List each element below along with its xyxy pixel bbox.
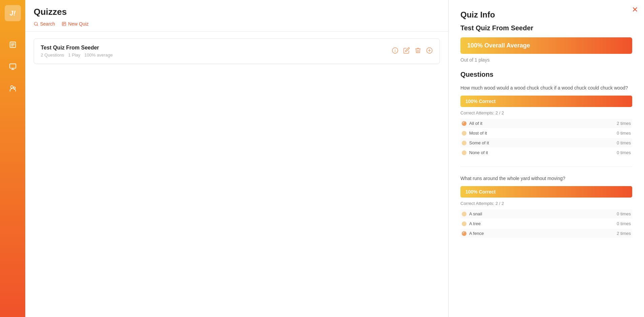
answer-row: Most of it 0 times xyxy=(460,129,632,138)
answer-dot xyxy=(462,131,466,136)
answer-dot xyxy=(462,221,466,226)
answer-list-1: All of it 2 times Most of it 0 times Som… xyxy=(460,119,632,157)
page-title: Quizzes xyxy=(34,7,440,17)
sidebar: J! xyxy=(0,0,25,317)
answer-label: A tree xyxy=(469,221,481,226)
correct-bar-1: 100% Correct xyxy=(460,96,632,107)
quiz-card-meta: 2 Questions 1 Play 100% average xyxy=(41,52,112,58)
correct-attempts-1: Correct Attempts: 2 / 2 xyxy=(460,110,632,115)
app-logo[interactable]: J! xyxy=(5,5,21,21)
correct-bar-2: 100% Correct xyxy=(460,186,632,198)
question-text-1: How much wood would a wood chuck chuck i… xyxy=(460,84,632,92)
quiz-average: 100% average xyxy=(85,52,113,58)
sidebar-nav xyxy=(6,38,20,95)
quiz-questions: 2 Questions xyxy=(41,52,64,58)
answer-times: 2 times xyxy=(617,121,631,126)
svg-rect-4 xyxy=(9,64,15,68)
search-icon xyxy=(34,22,38,26)
answer-label: Some of it xyxy=(469,140,489,145)
quiz-card-actions xyxy=(392,47,433,56)
question-block-1: How much wood would a wood chuck chuck i… xyxy=(460,84,632,157)
plays-text: Out of 1 plays xyxy=(460,57,632,63)
quiz-plays: 1 Play xyxy=(68,52,80,58)
correct-attempts-2: Correct Attempts: 2 / 2 xyxy=(460,201,632,206)
answer-times: 2 times xyxy=(617,231,631,236)
new-quiz-button[interactable]: New Quiz xyxy=(62,21,89,27)
main-toolbar: Search New Quiz xyxy=(34,21,440,31)
overall-bar: 100% Overall Average xyxy=(460,37,632,54)
answer-times: 0 times xyxy=(617,221,631,226)
quiz-list: Test Quiz From Seeder 2 Questions 1 Play… xyxy=(25,32,448,71)
close-button[interactable]: ✕ xyxy=(632,6,638,13)
answer-label: A fence xyxy=(469,231,484,236)
question-block-2: What runs around the whole yard without … xyxy=(460,167,632,238)
question-text-2: What runs around the whole yard without … xyxy=(460,175,632,182)
panel-title: Quiz Info xyxy=(460,10,632,20)
quiz-card[interactable]: Test Quiz From Seeder 2 Questions 1 Play… xyxy=(34,38,440,64)
main-header: Quizzes Search New Quiz xyxy=(25,0,448,32)
answer-row: None of it 0 times xyxy=(460,148,632,157)
answer-label: Most of it xyxy=(469,131,487,136)
screen-icon[interactable] xyxy=(6,60,20,73)
users-icon[interactable] xyxy=(6,82,20,95)
answer-dot xyxy=(462,212,466,216)
answer-times: 0 times xyxy=(617,140,631,145)
answer-dot xyxy=(462,150,466,155)
answer-times: 0 times xyxy=(617,131,631,136)
answer-row: A snail 0 times xyxy=(460,209,632,218)
quiz-list-icon[interactable] xyxy=(6,38,20,51)
svg-point-7 xyxy=(10,86,13,88)
edit-icon[interactable] xyxy=(403,47,410,56)
answer-times: 0 times xyxy=(617,211,631,216)
svg-line-10 xyxy=(37,25,38,26)
answer-list-2: A snail 0 times A tree 0 times A fence 2… xyxy=(460,209,632,238)
info-icon[interactable] xyxy=(392,47,398,56)
answer-dot xyxy=(462,141,466,145)
answer-label: A snail xyxy=(469,211,482,216)
answer-row: A tree 0 times xyxy=(460,219,632,228)
correct-dot xyxy=(462,231,466,236)
main-content: Quizzes Search New Quiz Test Quiz From S… xyxy=(25,0,449,317)
questions-section-title: Questions xyxy=(460,71,632,78)
panel-quiz-name: Test Quiz From Seeder xyxy=(460,24,632,32)
quiz-info-panel: ✕ Quiz Info Test Quiz From Seeder 100% O… xyxy=(449,0,644,317)
new-quiz-label: New Quiz xyxy=(68,21,89,27)
answer-row: Some of it 0 times xyxy=(460,138,632,147)
delete-icon[interactable] xyxy=(415,47,421,56)
answer-row: A fence 2 times xyxy=(460,229,632,238)
add-icon[interactable] xyxy=(426,47,433,56)
search-button[interactable]: Search xyxy=(34,21,55,27)
answer-label: All of it xyxy=(469,121,482,126)
new-quiz-icon xyxy=(62,22,66,26)
svg-point-8 xyxy=(13,87,15,89)
quiz-card-info: Test Quiz From Seeder 2 Questions 1 Play… xyxy=(41,45,112,58)
quiz-card-title: Test Quiz From Seeder xyxy=(41,45,112,51)
answer-times: 0 times xyxy=(617,150,631,155)
answer-row: All of it 2 times xyxy=(460,119,632,128)
correct-dot xyxy=(462,121,466,126)
answer-label: None of it xyxy=(469,150,488,155)
search-label: Search xyxy=(40,21,55,27)
